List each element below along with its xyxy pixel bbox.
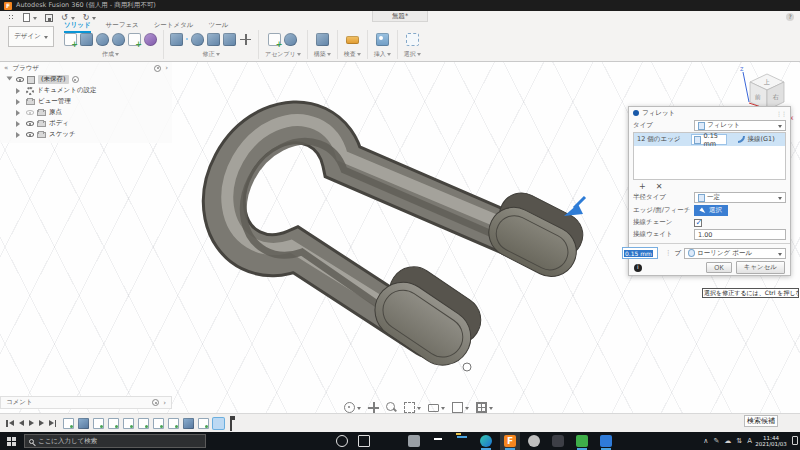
select-button[interactable]: 選択 xyxy=(694,205,728,216)
timeline-sketch-feature[interactable] xyxy=(123,418,134,429)
disclosure-icon[interactable] xyxy=(16,110,23,116)
coil-icon[interactable] xyxy=(144,33,157,46)
info-icon[interactable] xyxy=(634,264,642,272)
group-assemble-label[interactable]: アセンブリ xyxy=(265,50,296,59)
disclosure-icon[interactable] xyxy=(16,88,23,94)
type-dropdown[interactable]: フィレット xyxy=(694,120,786,131)
workspace-switcher[interactable]: デザイン xyxy=(8,26,54,47)
browser-collapse-icon[interactable]: « xyxy=(4,64,8,72)
phone-app-icon[interactable] xyxy=(552,435,564,447)
add-edge-set-button[interactable]: + xyxy=(639,182,646,189)
tree-item-sketches[interactable]: スケッチ xyxy=(0,129,172,140)
comments-target-icon[interactable] xyxy=(152,399,159,406)
edge-browser-icon[interactable] xyxy=(480,435,492,447)
disclosure-icon[interactable] xyxy=(16,121,23,127)
radius-type-dropdown[interactable]: 一定 xyxy=(694,192,786,203)
new-component-icon[interactable] xyxy=(268,33,281,46)
group-modify-label[interactable]: 修正 xyxy=(203,50,215,59)
disclosure-icon[interactable] xyxy=(16,99,23,105)
press-pull-icon[interactable] xyxy=(170,33,183,46)
onedrive-cloud-icon[interactable]: ☁ xyxy=(724,437,731,445)
help-icon[interactable]: ? xyxy=(786,13,794,21)
fillet-tool-active[interactable] xyxy=(186,38,188,40)
tree-item-origin[interactable]: 原点 xyxy=(0,107,172,118)
timeline-sketch-feature[interactable] xyxy=(108,418,119,429)
save-icon[interactable] xyxy=(45,14,53,22)
timeline-solid-feature[interactable] xyxy=(78,418,89,429)
tray-expand-icon[interactable]: ∧ xyxy=(703,437,708,445)
edge-set-row[interactable]: 12 個のエッジ 0.15 mm 接線(G1) xyxy=(634,133,785,146)
timeline-sketch-feature[interactable] xyxy=(93,418,104,429)
disclosure-icon[interactable] xyxy=(7,76,13,83)
taskbar-search[interactable]: ここに入力して検索 xyxy=(24,434,206,448)
pan-icon[interactable] xyxy=(368,402,379,413)
tree-item-document-settings[interactable]: ドキュメントの設定 xyxy=(0,85,172,96)
timeline-play-button[interactable] xyxy=(29,420,34,426)
timeline-sketch-feature[interactable] xyxy=(198,418,209,429)
browser-expand-icon[interactable]: › xyxy=(165,64,168,72)
comments-panel[interactable]: コメント › xyxy=(0,396,172,409)
tree-item-named-views[interactable]: ビュー管理 xyxy=(0,96,172,107)
timeline-position-marker[interactable] xyxy=(230,416,232,431)
dialog-header[interactable]: フィレット ⋮⋮ xyxy=(629,107,790,119)
group-insert-label[interactable]: 挿入 xyxy=(374,50,386,59)
pipe-icon[interactable] xyxy=(128,33,141,46)
display-settings-icon[interactable] xyxy=(428,404,439,412)
joint-icon[interactable] xyxy=(284,33,297,46)
pen-icon[interactable]: ✎ xyxy=(713,437,719,445)
timeline-skip-end-button[interactable] xyxy=(49,420,57,427)
visibility-eye-icon[interactable] xyxy=(26,132,34,137)
file-menu-icon[interactable] xyxy=(23,13,30,22)
viewport-grid-icon[interactable] xyxy=(476,402,487,413)
timeline-sketch-feature[interactable] xyxy=(138,418,149,429)
timeline-sketch-feature[interactable] xyxy=(63,418,74,429)
tree-item-bodies[interactable]: ボディ xyxy=(0,118,172,129)
create-sketch-icon[interactable] xyxy=(64,33,77,46)
handle-point[interactable] xyxy=(463,363,471,371)
dialog-grip-icon[interactable]: ⋮⋮ xyxy=(776,110,786,117)
start-button-icon[interactable] xyxy=(7,437,11,441)
orbit-icon[interactable] xyxy=(344,402,355,413)
extrude-icon[interactable] xyxy=(80,33,93,46)
cube-face-top[interactable]: 上 xyxy=(763,78,770,85)
lower-end-block[interactable] xyxy=(364,256,492,376)
timeline-solid-feature[interactable] xyxy=(183,418,194,429)
file-menu-caret-icon[interactable] xyxy=(33,17,37,22)
timeline-step-forward-button[interactable] xyxy=(39,420,44,426)
shell-icon[interactable] xyxy=(191,33,204,46)
insert-image-icon[interactable] xyxy=(376,33,389,46)
fusion360-app-icon[interactable]: F xyxy=(504,435,516,447)
visibility-eye-icon[interactable] xyxy=(26,121,34,126)
timeline-step-back-button[interactable] xyxy=(19,420,24,426)
action-center-icon[interactable] xyxy=(792,436,798,445)
cube-face-front[interactable]: 前 xyxy=(754,93,761,100)
construction-plane-icon[interactable] xyxy=(316,33,329,46)
photos-app-icon[interactable] xyxy=(600,435,612,447)
viewport[interactable]: « ブラウザ › (未保存) ドキュメントの設定 ビュー管理 原点 xyxy=(0,62,800,432)
timeline-sketch-feature[interactable] xyxy=(153,418,164,429)
split-icon[interactable] xyxy=(223,33,236,46)
radius-input[interactable]: 0.15 mm xyxy=(691,134,727,145)
measure-icon[interactable] xyxy=(346,36,359,44)
comments-expand-icon[interactable]: › xyxy=(163,399,166,407)
select-tool-icon[interactable] xyxy=(406,33,419,46)
tangent-weight-input[interactable]: 1.00 xyxy=(694,229,786,240)
cortana-icon[interactable] xyxy=(336,435,348,447)
document-tab[interactable]: 無題* xyxy=(372,11,428,22)
revolve-icon[interactable] xyxy=(96,33,109,46)
cube-face-right[interactable]: 右 xyxy=(772,93,779,101)
root-radio-icon[interactable] xyxy=(72,76,79,83)
layout-grid-icon[interactable] xyxy=(452,402,463,413)
taskbar-clock[interactable]: 11:44 2021/01/03 xyxy=(752,435,790,447)
combine-icon[interactable] xyxy=(207,33,220,46)
timeline-sketch-feature[interactable] xyxy=(168,418,179,429)
tangent-chain-checkbox[interactable] xyxy=(694,219,702,227)
timeline-skip-start-button[interactable] xyxy=(6,420,14,427)
corner-type-dropdown[interactable]: ローリング ボール xyxy=(684,248,786,259)
browser-display-icon[interactable] xyxy=(154,65,161,72)
shackle-body[interactable] xyxy=(224,120,592,376)
cancel-button[interactable]: キャンセル xyxy=(736,261,785,274)
app-grid-icon[interactable] xyxy=(8,14,15,21)
group-select-label[interactable]: 選択 xyxy=(404,50,416,59)
network-icon[interactable]: ⇅ xyxy=(736,437,742,445)
